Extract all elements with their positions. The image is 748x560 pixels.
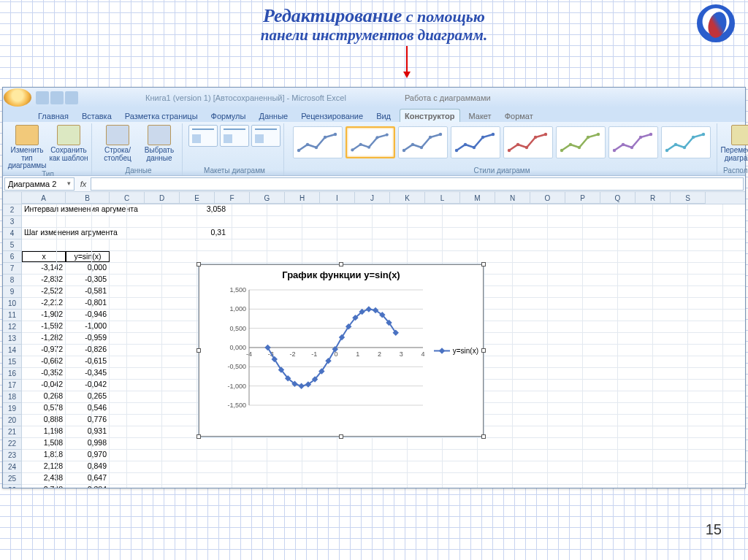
row-header-18[interactable]: 18 bbox=[3, 391, 21, 403]
qat-redo-icon[interactable] bbox=[65, 91, 78, 104]
cell[interactable]: 2,748 bbox=[22, 485, 66, 488]
col-header-M[interactable]: M bbox=[460, 192, 495, 204]
chart-plot-area[interactable]: -1,500-1,000-0,5000,0000,5001,0001,500-4… bbox=[221, 287, 426, 418]
row-header-25[interactable]: 25 bbox=[3, 473, 21, 485]
resize-handle[interactable] bbox=[196, 348, 201, 353]
tab-layout[interactable]: Макет bbox=[465, 110, 496, 122]
resize-handle[interactable] bbox=[339, 434, 343, 439]
cell[interactable]: -0,801 bbox=[66, 298, 110, 309]
cell[interactable]: y=sin(x) bbox=[66, 251, 110, 262]
cell[interactable] bbox=[22, 239, 66, 250]
cell[interactable]: -0,959 bbox=[66, 333, 110, 344]
resize-handle[interactable] bbox=[196, 434, 201, 439]
chart-object[interactable]: График функции y=sin(x) -1,500-1,000-0,5… bbox=[199, 264, 484, 437]
tab-insert[interactable]: Вставка bbox=[77, 110, 116, 122]
col-header-C[interactable]: C bbox=[110, 192, 145, 204]
cell[interactable]: -2,522 bbox=[22, 286, 66, 297]
col-header-E[interactable]: E bbox=[180, 192, 215, 204]
change-chart-type-button[interactable]: Изменить тип диаграммы bbox=[7, 125, 47, 170]
row-header-17[interactable]: 17 bbox=[3, 380, 21, 391]
move-chart-button[interactable]: Переместить диаграмму bbox=[723, 125, 748, 162]
cell[interactable]: -0,042 bbox=[22, 380, 66, 391]
row-header-16[interactable]: 16 bbox=[3, 368, 21, 380]
row-header-3[interactable]: 3 bbox=[3, 216, 21, 228]
cell[interactable]: -0,972 bbox=[22, 345, 66, 356]
cell[interactable]: 2,128 bbox=[22, 461, 66, 472]
cell[interactable]: 1,508 bbox=[22, 438, 66, 449]
formula-input[interactable] bbox=[91, 177, 744, 191]
row-header-10[interactable]: 10 bbox=[3, 298, 21, 310]
cell[interactable]: -0,581 bbox=[66, 286, 110, 297]
chart-style-6[interactable] bbox=[556, 126, 606, 158]
row-header-23[interactable]: 23 bbox=[3, 450, 21, 461]
col-header-D[interactable]: D bbox=[145, 192, 180, 204]
col-header-N[interactable]: N bbox=[495, 192, 530, 204]
qat-undo-icon[interactable] bbox=[50, 91, 64, 104]
cell[interactable]: Интервал изменения аргумента3,058 bbox=[22, 204, 745, 216]
save-template-button[interactable]: Сохранить как шаблон bbox=[49, 125, 88, 162]
tab-data[interactable]: Данные bbox=[254, 110, 292, 122]
layout-thumb-3[interactable] bbox=[251, 125, 280, 147]
office-button[interactable] bbox=[4, 88, 31, 107]
cell[interactable]: 0,849 bbox=[66, 461, 110, 472]
cell[interactable]: -0,946 bbox=[66, 310, 110, 321]
chart-style-7[interactable] bbox=[608, 126, 658, 158]
layout-thumb-1[interactable] bbox=[188, 125, 218, 147]
col-header-H[interactable]: H bbox=[285, 192, 320, 204]
col-header-O[interactable]: O bbox=[530, 192, 565, 204]
row-header-7[interactable]: 7 bbox=[3, 263, 21, 275]
cell[interactable]: 0,384 bbox=[66, 485, 110, 488]
chart-legend[interactable]: y=sin(x) bbox=[434, 347, 478, 355]
resize-handle[interactable] bbox=[481, 434, 486, 439]
cell[interactable]: 0,970 bbox=[66, 450, 110, 461]
cell[interactable]: 2,438 bbox=[22, 473, 66, 484]
row-header-4[interactable]: 4 bbox=[3, 228, 21, 239]
col-header-G[interactable]: G bbox=[250, 192, 285, 204]
col-header-S[interactable]: S bbox=[671, 192, 706, 204]
row-header-5[interactable]: 5 bbox=[3, 239, 21, 251]
tab-review[interactable]: Рецензирование bbox=[297, 110, 367, 122]
resize-handle[interactable] bbox=[339, 262, 343, 266]
chart-style-1[interactable] bbox=[293, 126, 343, 158]
row-header-15[interactable]: 15 bbox=[3, 356, 21, 368]
cell[interactable]: 0,776 bbox=[66, 415, 110, 426]
row-header-12[interactable]: 12 bbox=[3, 321, 21, 333]
cell[interactable]: -2,212 bbox=[22, 298, 66, 309]
cell[interactable]: x bbox=[22, 251, 66, 262]
row-header-19[interactable]: 19 bbox=[3, 403, 21, 415]
row-header-13[interactable]: 13 bbox=[3, 333, 21, 345]
quick-access-toolbar[interactable] bbox=[36, 91, 78, 104]
col-header-A[interactable]: A bbox=[22, 192, 66, 204]
cell[interactable] bbox=[22, 216, 66, 227]
tab-view[interactable]: Вид bbox=[372, 110, 395, 122]
cell[interactable]: 1,818 bbox=[22, 450, 66, 461]
chart-style-4[interactable] bbox=[451, 126, 500, 158]
row-header-26[interactable]: 26 bbox=[3, 485, 21, 488]
chevron-down-icon[interactable]: ▾ bbox=[67, 180, 71, 187]
cell[interactable]: -0,352 bbox=[22, 368, 66, 379]
cell[interactable]: -0,615 bbox=[66, 356, 110, 367]
cell[interactable]: 0,578 bbox=[22, 403, 66, 414]
resize-handle[interactable] bbox=[481, 262, 486, 266]
resize-handle[interactable] bbox=[481, 348, 486, 353]
select-data-button[interactable]: Выбрать данные bbox=[140, 125, 179, 162]
cell[interactable]: 0,998 bbox=[66, 438, 110, 449]
col-header-R[interactable]: R bbox=[636, 192, 671, 204]
row-header-2[interactable]: 2 bbox=[3, 204, 21, 216]
tab-design[interactable]: Конструктор bbox=[400, 109, 459, 122]
row-header-6[interactable]: 6 bbox=[3, 251, 21, 263]
cell[interactable]: 0,888 bbox=[22, 415, 66, 426]
resize-handle[interactable] bbox=[196, 262, 201, 266]
cell[interactable]: -1,000 bbox=[66, 321, 110, 332]
cell[interactable]: 1,198 bbox=[22, 426, 66, 437]
chart-style-5[interactable] bbox=[503, 126, 553, 158]
row-header-22[interactable]: 22 bbox=[3, 438, 21, 450]
chart-style-2[interactable] bbox=[346, 126, 395, 158]
row-header-11[interactable]: 11 bbox=[3, 310, 21, 321]
cell[interactable]: -0,345 bbox=[66, 368, 110, 379]
tab-page-layout[interactable]: Разметка страницы bbox=[121, 110, 202, 122]
cell[interactable]: 0,931 bbox=[66, 426, 110, 437]
cell[interactable]: 0,546 bbox=[66, 403, 110, 414]
col-header-L[interactable]: L bbox=[425, 192, 460, 204]
fx-icon[interactable]: fx bbox=[76, 180, 91, 188]
